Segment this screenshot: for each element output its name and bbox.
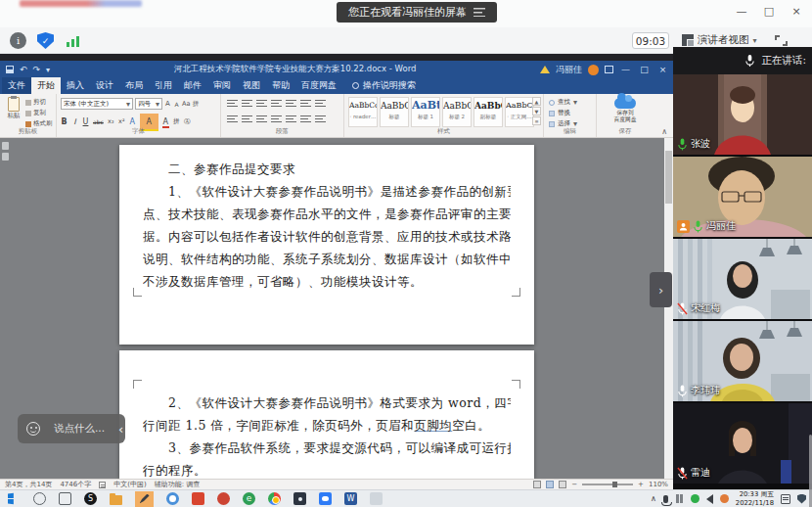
spellcheck-icon[interactable] — [99, 482, 106, 488]
read-mode-icon[interactable] — [533, 481, 541, 488]
info-icon[interactable]: i — [10, 32, 26, 49]
shading-button[interactable] — [300, 115, 311, 123]
word-count[interactable]: 4746个字 — [60, 480, 91, 489]
media-app-icon[interactable] — [293, 492, 306, 505]
chat-input-pill[interactable]: 说点什么... ‹ — [18, 414, 125, 443]
tray-updown-icon[interactable] — [675, 494, 684, 503]
tray-green-app-icon[interactable] — [691, 494, 699, 503]
account-avatar[interactable] — [588, 65, 599, 75]
subscript-button[interactable]: x₂ — [108, 117, 114, 125]
tab-insert[interactable]: 插入 — [61, 77, 90, 94]
word-minimize-button[interactable]: — — [619, 65, 632, 74]
find-button[interactable]: 查找▾ — [549, 98, 577, 107]
language-indicator[interactable]: 中文(中国) — [113, 480, 146, 489]
chat-placeholder[interactable]: 说点什么... — [54, 422, 105, 436]
save-to-netdisk-button[interactable]: 保存到 百度网盘 — [597, 98, 654, 123]
participant-tile-3[interactable]: 李玮玮 — [673, 321, 812, 401]
bullets-button[interactable] — [227, 99, 238, 108]
print-layout-icon[interactable] — [546, 481, 554, 488]
borders-button[interactable] — [315, 115, 326, 123]
cut-button[interactable]: 剪切 — [25, 98, 53, 107]
doc-side-icon-2[interactable] — [2, 153, 9, 161]
style-card-title[interactable]: AaBbC标题 — [380, 97, 409, 127]
browser-e-icon[interactable] — [243, 492, 255, 505]
tab-layout[interactable]: 布局 — [119, 77, 149, 94]
undo-icon[interactable]: ↶ — [20, 65, 27, 74]
font-name-select[interactable]: 宋体 (中文正文)▾ — [61, 98, 133, 110]
tray-orange-app-icon[interactable] — [720, 494, 729, 503]
tray-mic-icon[interactable] — [663, 495, 668, 503]
baidu-netdisk-icon[interactable] — [319, 492, 332, 505]
document-page-1[interactable]: 二、参赛作品提交要求 1、《软件设计大赛参赛作品说明书》是描述参赛作品的创新要 … — [119, 145, 534, 345]
zoom-in-icon[interactable]: + — [638, 481, 644, 488]
security-shield-icon[interactable]: ✓ — [37, 32, 54, 49]
sort-button[interactable] — [300, 99, 311, 108]
red-app-icon[interactable] — [192, 492, 204, 505]
minimize-button[interactable]: — — [728, 2, 755, 20]
defender-shield-icon[interactable] — [797, 494, 806, 504]
taskbar-clock[interactable]: 20:33 周五 2022/11/18 — [736, 490, 774, 507]
file-explorer-icon[interactable] — [110, 495, 122, 505]
view-mode-select[interactable]: 演讲者视图 ▾ — [682, 33, 757, 47]
gallery-down-icon[interactable]: ▼ — [532, 107, 541, 115]
app-s-icon[interactable] — [84, 492, 97, 505]
tab-file[interactable]: 文件 — [2, 77, 31, 94]
cortana-search-icon[interactable] — [33, 492, 46, 505]
word-close-button[interactable]: × — [656, 65, 669, 74]
strikethrough-button[interactable]: abc — [93, 118, 104, 125]
zoom-out-icon[interactable]: − — [571, 481, 577, 488]
web-layout-icon[interactable] — [559, 481, 566, 488]
gallery-up-icon[interactable]: ▲ — [532, 97, 541, 106]
ribbon-options-icon[interactable] — [605, 66, 613, 73]
enclose-characters-button[interactable]: Ⓐ — [184, 117, 191, 126]
emoji-icon[interactable] — [26, 422, 40, 436]
tab-mailings[interactable]: 邮件 — [178, 77, 207, 94]
panel-expand-tab[interactable]: › — [650, 272, 672, 307]
word-app-icon[interactable] — [344, 492, 357, 505]
align-center-button[interactable] — [242, 115, 252, 123]
accessibility-status[interactable]: 辅助功能: 调查 — [155, 480, 201, 489]
tab-references[interactable]: 引用 — [149, 77, 178, 94]
multilevel-list-button[interactable] — [256, 99, 267, 108]
paste-button[interactable]: 粘贴 — [3, 97, 24, 120]
text-effects-button[interactable]: A — [129, 117, 136, 126]
shrink-font-button[interactable]: A — [173, 101, 180, 108]
bold-button[interactable]: B — [61, 117, 68, 126]
align-left-button[interactable] — [227, 115, 238, 123]
maximize-button[interactable]: □ — [755, 2, 783, 20]
participant-tile-2[interactable]: 宋红梅 — [673, 239, 812, 319]
collapse-chat-icon[interactable]: ‹ — [118, 422, 123, 437]
collapse-ribbon-icon[interactable]: ∧ — [661, 127, 667, 136]
zoom-slider-thumb[interactable] — [612, 482, 617, 487]
inactive-app-icon[interactable] — [370, 492, 383, 505]
superscript-button[interactable]: x² — [118, 117, 125, 125]
scrollbar-thumb[interactable] — [665, 151, 672, 204]
zoom-slider[interactable] — [582, 484, 633, 485]
copy-button[interactable]: 复制 — [25, 109, 53, 117]
task-view-icon[interactable] — [59, 492, 71, 505]
change-case-button[interactable]: Aa — [182, 100, 190, 108]
gallery-more-icon[interactable]: ≡ — [532, 116, 541, 125]
close-button[interactable]: × — [783, 2, 810, 20]
justify-button[interactable] — [271, 115, 282, 123]
fullscreen-icon[interactable] — [775, 35, 788, 46]
tab-review[interactable]: 审阅 — [207, 77, 237, 94]
style-card-subtitle[interactable]: AaBbC副标题 — [474, 97, 503, 127]
replace-button[interactable]: 替换 — [549, 109, 570, 117]
participant-tile-4[interactable]: 雷迪 — [673, 403, 812, 484]
active-app-highlight[interactable] — [135, 491, 154, 507]
tab-view[interactable]: 视图 — [237, 77, 266, 94]
chrome-icon[interactable] — [268, 492, 281, 505]
start-button-icon[interactable] — [8, 492, 21, 505]
red-circle-app-icon[interactable] — [217, 492, 230, 505]
font-size-select[interactable]: 四号▾ — [135, 98, 162, 110]
zoom-level[interactable]: 110% — [649, 481, 668, 488]
document-page-2[interactable]: 2、《软件设计大赛参赛作品说明书》格式要求为 word，四字号， 行间距 1.5… — [119, 350, 534, 479]
underline-button[interactable]: U — [82, 117, 89, 126]
volume-icon[interactable] — [706, 494, 713, 504]
doc-side-icon-1[interactable] — [2, 142, 9, 150]
redo-icon[interactable]: ↷ — [33, 65, 41, 74]
settings-wheel-icon[interactable] — [166, 492, 179, 505]
network-signal-icon[interactable] — [65, 32, 81, 49]
style-card-body[interactable]: AaBbCcD· 正文网… — [505, 97, 534, 127]
